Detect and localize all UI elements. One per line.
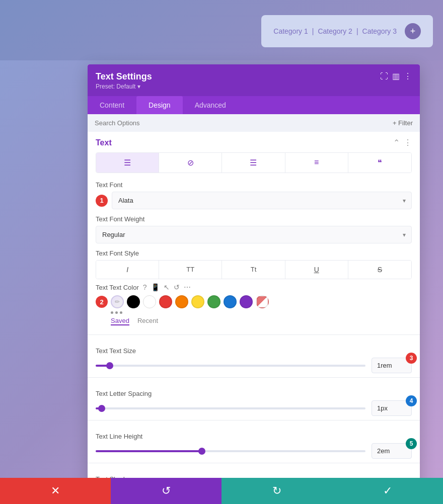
font-style-row: I TT Tt U S	[96, 260, 412, 279]
color-section: Text Text Color ? 📱 ↖ ↺ ⋯ 2 ✏	[88, 279, 420, 332]
add-button[interactable]: +	[405, 23, 421, 39]
category-1[interactable]: Category 1	[273, 27, 308, 35]
divider-2	[88, 377, 420, 378]
badge-5: 5	[406, 438, 417, 449]
swatch-yellow[interactable]	[191, 295, 204, 308]
category-2[interactable]: Category 2	[318, 27, 352, 35]
fullscreen-icon[interactable]: ⛶	[380, 72, 388, 81]
section-header: Text ⌃ ⋮	[96, 138, 412, 147]
settings-panel: Text Settings Preset: Default ▾ ⛶ ▥ ⋮ Co…	[88, 64, 420, 504]
text-size-section: Text Text Size 3	[88, 337, 420, 375]
font-weight-select-wrapper: Regular ▾	[96, 226, 412, 243]
align-right-btn[interactable]: ≡	[285, 153, 348, 173]
text-size-slider[interactable]	[96, 365, 365, 367]
tabs-bar: Content Design Advanced	[88, 96, 420, 114]
cancel-button[interactable]: ✕	[0, 478, 111, 504]
color-tab-saved[interactable]: Saved	[111, 317, 129, 325]
swatch-white[interactable]	[143, 295, 156, 308]
text-size-label: Text Text Size	[96, 347, 412, 355]
panel-body: Text ⌃ ⋮ ☰ ⊘ ☰ ≡ ❝ Text Font 1 A	[88, 132, 420, 504]
section-title: Text	[96, 138, 112, 147]
confirm-button[interactable]: ✓	[332, 478, 443, 504]
color-mobile-icon[interactable]: 📱	[151, 283, 160, 291]
badge-2: 2	[96, 296, 108, 308]
category-3[interactable]: Category 3	[362, 27, 397, 35]
align-none-btn[interactable]: ⊘	[159, 153, 222, 173]
color-reset-icon[interactable]: ↺	[174, 283, 180, 291]
dot-1	[111, 311, 113, 314]
letter-spacing-section: Text Letter Spacing 4	[88, 380, 420, 418]
alignment-row: ☰ ⊘ ☰ ≡ ❝	[96, 152, 412, 173]
swatch-green[interactable]	[207, 295, 220, 308]
strikethrough-btn[interactable]: S	[348, 261, 411, 279]
uppercase-btn[interactable]: TT	[159, 261, 222, 279]
redo-button[interactable]: ↻	[222, 478, 332, 504]
more-icon[interactable]: ⋮	[404, 71, 412, 81]
swatch-purple[interactable]	[240, 295, 253, 308]
dot-2	[115, 311, 118, 314]
text-font-weight-select[interactable]: Regular	[96, 226, 412, 243]
letter-spacing-slider[interactable]	[96, 407, 365, 409]
italic-btn[interactable]: I	[96, 261, 159, 279]
swatch-red[interactable]	[159, 295, 172, 308]
underline-btn[interactable]: U	[285, 261, 348, 279]
filter-button[interactable]: + Filter	[393, 119, 413, 127]
text-font-label: Text Font	[96, 181, 412, 189]
line-height-value-wrap: 5	[372, 443, 412, 459]
panel-title-area: Text Settings Preset: Default ▾	[96, 71, 152, 90]
section-more-icon[interactable]: ⋮	[404, 138, 412, 147]
color-help-icon[interactable]: ?	[143, 283, 147, 291]
align-list-btn[interactable]: ☰	[222, 153, 285, 173]
badge-3: 3	[406, 353, 417, 364]
text-size-slider-row: 3	[96, 358, 412, 373]
columns-icon[interactable]: ▥	[392, 71, 400, 81]
dot-3	[120, 311, 122, 314]
capitalize-btn[interactable]: Tt	[222, 261, 285, 279]
text-font-style-label: Text Font Style	[96, 249, 412, 257]
text-section: Text ⌃ ⋮ ☰ ⊘ ☰ ≡ ❝ Text Font 1 A	[88, 132, 420, 279]
badge-4: 4	[406, 395, 417, 406]
divider-4	[88, 463, 420, 463]
size-track	[96, 365, 365, 367]
panel-header: Text Settings Preset: Default ▾ ⛶ ▥ ⋮	[88, 64, 420, 96]
collapse-icon[interactable]: ⌃	[393, 138, 400, 147]
divider-1	[88, 334, 420, 335]
letter-spacing-value-wrap: 4	[372, 400, 412, 416]
align-quote-btn[interactable]: ❝	[348, 153, 411, 173]
spacing-thumb[interactable]	[98, 405, 105, 412]
size-thumb[interactable]	[106, 362, 113, 369]
line-height-thumb[interactable]	[198, 448, 205, 455]
swatch-red-pencil[interactable]	[256, 295, 269, 308]
line-height-slider[interactable]	[96, 450, 365, 452]
badge-1: 1	[96, 195, 108, 207]
text-font-weight-label: Text Font Weight	[96, 215, 412, 223]
line-height-label: Text Line Height	[96, 433, 412, 440]
align-left-btn[interactable]: ☰	[96, 153, 159, 173]
color-tabs: Saved Recent	[111, 315, 412, 327]
swatch-blue[interactable]	[224, 295, 237, 308]
text-size-value-wrap: 3	[372, 358, 412, 373]
color-pointer-icon[interactable]: ↖	[164, 283, 170, 291]
color-picker-swatch[interactable]: ✏	[111, 295, 124, 308]
color-tab-recent[interactable]: Recent	[137, 317, 158, 325]
font-select-wrapper: Alata ▾	[112, 192, 412, 209]
swatch-black[interactable]	[127, 295, 140, 308]
tab-advanced[interactable]: Advanced	[183, 96, 238, 114]
section-icons: ⌃ ⋮	[393, 138, 412, 147]
divider-3	[88, 420, 420, 421]
spacing-track	[96, 407, 365, 409]
undo-button[interactable]: ↺	[111, 478, 222, 504]
text-font-select[interactable]: Alata	[112, 192, 412, 209]
line-height-section: Text Line Height 5	[88, 423, 420, 461]
category-bar: Category 1 | Category 2 | Category 3 +	[261, 15, 433, 47]
search-bar: + Filter	[88, 114, 420, 132]
tab-content[interactable]: Content	[88, 96, 136, 114]
tab-design[interactable]: Design	[136, 96, 183, 114]
line-height-track	[96, 450, 365, 452]
line-height-fill	[96, 450, 203, 452]
line-height-slider-row: 5	[96, 443, 412, 459]
panel-preset[interactable]: Preset: Default ▾	[96, 83, 152, 90]
search-input[interactable]	[95, 119, 393, 127]
color-more-icon[interactable]: ⋯	[184, 283, 191, 291]
swatch-orange[interactable]	[175, 295, 188, 308]
